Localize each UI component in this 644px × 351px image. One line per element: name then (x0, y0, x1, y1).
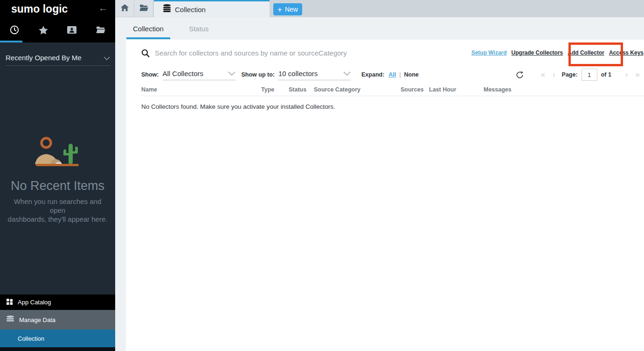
expand-divider: | (399, 71, 401, 78)
setup-wizard-link[interactable]: Setup Wizard (471, 49, 507, 56)
last-page-icon[interactable]: » (636, 70, 640, 79)
chevron-down-icon (104, 54, 110, 62)
sidebar-item-app-catalog[interactable]: App Catalog (0, 295, 115, 310)
prev-page-icon[interactable]: ‹ (553, 70, 555, 79)
sidebar-bottom-menu: App Catalog Manage Data Collection (0, 295, 115, 351)
table-header-row: Name Type Status Source Category Sources… (126, 86, 644, 96)
col-header-messages: Messages (484, 86, 512, 93)
collapse-sidebar-icon[interactable]: ← (98, 3, 108, 14)
database-icon (163, 4, 171, 14)
upgrade-collectors-link[interactable]: Upgrade Collectors (512, 49, 563, 56)
search-icon (141, 49, 150, 59)
show-dropdown[interactable]: All Collectors (163, 69, 235, 80)
pagination: « ‹ Page: of 1 › » (516, 68, 640, 82)
first-page-icon[interactable]: « (540, 70, 545, 79)
col-header-last-hour: Last Hour (429, 86, 456, 93)
expand-label: Expand: (361, 71, 384, 78)
subtab-status[interactable]: Status (182, 17, 215, 40)
manage-data-label: Manage Data (19, 316, 55, 323)
grid-icon (7, 298, 13, 307)
no-recent-items-description: When you run searches and open dashboard… (7, 197, 109, 224)
search-input[interactable] (155, 47, 463, 59)
col-header-source-category: Source Category (314, 86, 360, 93)
subtab-collection[interactable]: Collection (126, 17, 170, 40)
sumo-logic-logo: sumo logic (11, 2, 68, 16)
tab-collection-label: Collection (175, 6, 206, 14)
home-button[interactable] (115, 0, 134, 17)
sidebar-tab-favorites[interactable] (29, 19, 58, 42)
show-up-to-label: Show up to: (242, 71, 275, 78)
expand-none-button[interactable]: None (404, 71, 419, 78)
new-button[interactable]: + New (273, 3, 302, 15)
clock-icon (10, 25, 19, 36)
page-label: Page: (562, 71, 578, 78)
sidebar-icon-tabs (0, 19, 115, 42)
chevron-down-icon (343, 69, 351, 77)
star-icon (39, 26, 48, 36)
home-icon (121, 4, 129, 13)
browse-folder-button[interactable] (134, 0, 153, 17)
collection-panel: Setup Wizard Upgrade Collectors Add Coll… (126, 40, 644, 351)
page-total-label: of 1 (601, 71, 611, 78)
sidebar-item-manage-data[interactable]: Manage Data (0, 310, 115, 330)
access-keys-link[interactable]: Access Keys (609, 49, 644, 56)
sidebar-active-tab-indicator (0, 41, 22, 42)
main-area: Collection + New Collection Status Setup… (115, 0, 644, 351)
empty-collectors-message: No Collectors found. Make sure you activ… (141, 103, 335, 110)
plus-icon: + (277, 6, 282, 14)
col-header-type: Type (261, 86, 274, 93)
no-recent-items-title: No Recent Items (0, 179, 115, 193)
chevron-down-icon (228, 69, 235, 77)
col-header-sources: Sources (401, 86, 423, 93)
sub-tabs: Collection Status (115, 17, 644, 40)
col-header-name: Name (141, 86, 157, 93)
top-tab-bar: Collection + New (115, 0, 644, 17)
collection-label: Collection (18, 335, 44, 342)
sidebar-menu-strip (0, 347, 115, 351)
col-header-status: Status (289, 86, 306, 93)
recently-opened-label: Recently Opened By Me (6, 54, 82, 62)
show-label: Show: (141, 71, 159, 78)
collector-links: Setup Wizard Upgrade Collectors Add Coll… (471, 49, 644, 56)
table-header-divider (141, 96, 644, 96)
expand-all-link[interactable]: All (388, 71, 396, 78)
sidebar-tab-library[interactable] (86, 19, 115, 42)
database-icon (7, 316, 14, 324)
tab-collection[interactable]: Collection (154, 0, 270, 17)
limit-dropdown[interactable]: 10 collectors (278, 69, 351, 80)
sidebar-header: sumo logic ← (0, 0, 115, 42)
sidebar: sumo logic ← (0, 0, 115, 351)
sidebar-tab-shared[interactable] (58, 19, 87, 42)
app-catalog-label: App Catalog (18, 299, 51, 306)
shared-folder-icon (67, 26, 76, 35)
filter-row: Show: All Collectors Show up to: 10 coll… (141, 68, 419, 82)
next-page-icon[interactable]: › (625, 70, 628, 79)
add-collector-link[interactable]: Add Collector (568, 49, 604, 56)
sidebar-tab-recents[interactable] (0, 19, 29, 42)
recently-opened-dropdown[interactable]: Recently Opened By Me (6, 50, 110, 66)
desert-empty-illustration (29, 135, 85, 171)
refresh-icon[interactable] (516, 71, 524, 79)
sidebar-item-collection[interactable]: Collection (0, 330, 115, 347)
new-button-label: New (285, 6, 298, 13)
page-number-input[interactable] (582, 69, 597, 81)
folder-icon (96, 26, 105, 35)
open-folder-icon (139, 4, 148, 13)
